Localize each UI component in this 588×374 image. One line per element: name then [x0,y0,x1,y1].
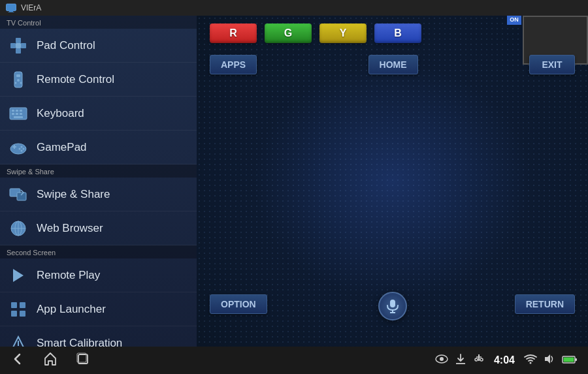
svg-rect-17 [12,113,14,115]
keyboard-icon [9,104,27,123]
battery-icon [562,354,578,367]
svg-rect-2 [8,12,14,12]
svg-point-50 [480,358,483,361]
svg-rect-53 [575,358,577,361]
func-buttons-row: APPS HOME EXIT [210,55,575,74]
home-nav-button[interactable] [43,352,57,369]
svg-rect-6 [21,43,26,48]
app-title: VIErA [21,3,41,12]
svg-rect-15 [16,110,18,112]
main-layout: TV Control Pad Control [0,16,588,347]
mic-button[interactable] [378,292,407,320]
svg-rect-16 [20,110,22,112]
recents-button[interactable] [76,352,90,369]
svg-marker-34 [13,269,24,282]
svg-rect-23 [14,145,15,149]
svg-rect-36 [20,302,25,308]
svg-point-47 [440,357,444,361]
svg-rect-38 [20,311,25,317]
sidebar: TV Control Pad Control [0,16,197,347]
svg-rect-19 [20,113,22,115]
calibrate-icon [9,334,27,347]
gamepad-icon [9,138,27,157]
wifi-icon [524,354,537,367]
sidebar-item-smart-calibration[interactable]: Smart Calibration [0,326,197,347]
home-button[interactable]: HOME [368,55,418,74]
svg-rect-3 [16,38,21,43]
smart-calibration-label: Smart Calibration [37,337,122,347]
apps-button[interactable]: APPS [210,55,257,74]
exit-button[interactable]: EXIT [529,55,575,74]
svg-point-26 [19,148,21,149]
nav-left [10,352,90,369]
svg-rect-14 [12,110,14,112]
remote-icon [9,70,27,89]
svg-rect-9 [16,74,20,77]
sidebar-item-pad-control[interactable]: Pad Control [0,29,197,63]
time-display: 4:04 [494,354,515,366]
grid-icon [9,300,27,319]
web-browser-label: Web Browser [37,222,103,235]
remote-play-label: Remote Play [37,269,100,282]
globe-icon [9,219,27,238]
back-button[interactable] [10,352,25,369]
svg-point-25 [23,148,25,149]
top-bar: VIErA [0,0,588,16]
svg-point-24 [21,146,23,148]
svg-rect-54 [564,357,574,362]
svg-rect-5 [10,43,16,48]
section-tv-control: TV Control [0,16,197,29]
svg-rect-1 [9,11,13,12]
return-button[interactable]: RETURN [515,294,575,314]
svg-rect-41 [390,300,395,307]
section-swipe-share: Swipe & Share [0,164,197,178]
app-icon [5,2,17,14]
svg-rect-4 [16,48,21,54]
svg-point-10 [17,79,20,82]
sidebar-item-web-browser[interactable]: Web Browser [0,211,197,245]
pad-control-label: Pad Control [37,39,95,52]
option-button[interactable]: OPTION [210,294,267,314]
blue-button[interactable]: B [374,23,421,43]
green-button[interactable]: G [265,23,312,43]
yellow-button[interactable]: Y [319,23,367,43]
svg-point-51 [530,362,532,364]
volume-icon [544,353,555,368]
svg-rect-7 [16,43,21,48]
svg-rect-37 [11,311,17,317]
sidebar-item-swipe-share[interactable]: Swipe & Share [0,178,197,211]
usb-icon [473,353,485,368]
svg-point-49 [475,358,478,361]
gamepad-label: GamePad [37,141,87,154]
sidebar-item-gamepad[interactable]: GamePad [0,131,197,164]
keyboard-label: Keyboard [37,107,84,120]
eye-icon [435,354,448,367]
swipe-share-label: Swipe & Share [37,188,110,201]
section-second-screen: Second Screen [0,245,197,258]
svg-point-12 [20,82,22,84]
sidebar-item-remote-control[interactable]: Remote Control [0,63,197,97]
svg-rect-29 [17,193,26,200]
mic-icon [385,299,400,313]
download-icon [455,353,466,368]
color-buttons-row: R G Y B [210,23,421,43]
play-icon [9,266,27,285]
sidebar-item-app-launcher[interactable]: App Launcher [0,292,197,326]
swipe-icon [9,185,27,204]
svg-rect-35 [11,302,17,308]
nav-right: 4:04 [435,353,578,368]
nav-bar: 4:04 [0,347,588,374]
dpad-icon [9,37,27,55]
svg-rect-18 [16,113,18,115]
svg-rect-20 [14,116,23,118]
svg-point-11 [15,82,17,84]
svg-point-27 [21,149,23,151]
sidebar-item-remote-play[interactable]: Remote Play [0,258,197,292]
remote-panel: ON R G Y B APPS HOME EXIT OPTION RETURN [197,16,588,347]
app-launcher-label: App Launcher [37,303,106,316]
remote-control-label: Remote Control [37,73,114,86]
tv-on-indicator: ON [507,16,521,25]
svg-rect-0 [7,4,16,11]
red-button[interactable]: R [210,23,257,43]
sidebar-item-keyboard[interactable]: Keyboard [0,97,197,131]
